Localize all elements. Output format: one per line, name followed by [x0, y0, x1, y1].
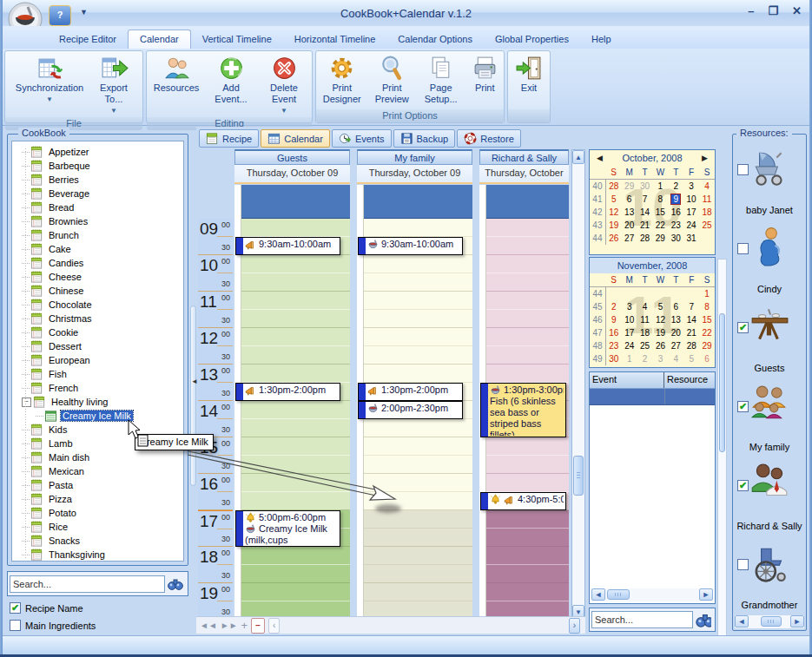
time-slot[interactable]	[357, 328, 472, 346]
day-cell[interactable]: 15	[699, 313, 715, 326]
resource-checkbox[interactable]	[737, 164, 749, 175]
all-day-area[interactable]	[357, 185, 472, 219]
collapse-minus-icon[interactable]: −	[22, 397, 31, 407]
time-slot[interactable]	[479, 255, 569, 273]
time-slot[interactable]	[234, 492, 350, 510]
time-slot[interactable]	[234, 328, 350, 346]
calendar-event[interactable]: 4:30pm-5:00pm	[480, 492, 566, 510]
day-cell[interactable]: 17	[622, 326, 637, 339]
tree-item-fish[interactable]: Fish	[12, 367, 183, 381]
day-cell[interactable]: 25	[637, 339, 653, 352]
time-slot[interactable]	[234, 547, 350, 565]
tree-item-appetizer[interactable]: Appetizer	[12, 145, 183, 159]
table-scroll-left-icon[interactable]: ◄	[591, 588, 605, 601]
menu-tab-help[interactable]: Help	[580, 30, 623, 49]
time-slot[interactable]	[479, 437, 569, 456]
time-slot[interactable]	[234, 474, 350, 492]
time-slot[interactable]	[479, 601, 569, 616]
day-cell[interactable]: 28	[637, 232, 653, 245]
time-slot[interactable]	[479, 565, 569, 583]
day-cell[interactable]: 6	[699, 352, 715, 365]
resources-hscrollbar[interactable]: ◄ ►	[735, 615, 804, 628]
resource-checkbox[interactable]: ✔	[737, 401, 749, 412]
day-cell[interactable]: 23	[605, 339, 621, 352]
dropdown-arrow-icon[interactable]: ▼	[110, 105, 117, 116]
all-day-area[interactable]	[234, 185, 350, 219]
print-button[interactable]: Print	[465, 53, 504, 95]
time-slot[interactable]	[357, 419, 472, 437]
tree-item-beverage[interactable]: Beverage	[12, 187, 183, 200]
day-cell[interactable]: 18	[699, 206, 715, 219]
next-month-icon[interactable]: ▶	[702, 150, 708, 166]
menu-tab-horizontal-timeline[interactable]: Horizontal Timeline	[283, 30, 387, 49]
resources-scroll-thumb[interactable]	[761, 616, 782, 627]
tree-item-brunch[interactable]: Brunch	[12, 228, 183, 242]
tree-item-barbeque[interactable]: Barbeque	[12, 159, 183, 173]
day-cell[interactable]: 29	[652, 232, 668, 245]
time-slot[interactable]	[357, 510, 472, 529]
time-slot[interactable]	[479, 328, 569, 346]
time-slot[interactable]	[357, 583, 472, 601]
maximize-button[interactable]: ❐	[768, 4, 778, 17]
day-cell[interactable]: 30	[637, 180, 653, 194]
main-ingredients-checkbox[interactable]	[10, 620, 21, 631]
exit-button[interactable]: Exit	[509, 53, 549, 95]
print-designer-button[interactable]: Print Designer	[316, 53, 367, 106]
day-cell[interactable]: 29	[622, 180, 637, 194]
day-cell[interactable]: 24	[683, 219, 699, 232]
column-header-guests[interactable]: Guests	[234, 149, 350, 165]
time-slot[interactable]	[479, 219, 569, 237]
resource-item-richard-sally[interactable]: ✔Richard & Sally	[733, 457, 806, 536]
day-cell[interactable]: 27	[622, 232, 637, 245]
resource-item-baby-janet[interactable]: baby Janet	[733, 141, 806, 220]
panel-scroll-thumb[interactable]	[719, 313, 725, 452]
day-cell[interactable]: 30	[605, 352, 621, 365]
event-search-input[interactable]	[591, 611, 693, 628]
resource-checkbox[interactable]	[737, 243, 749, 254]
tree-item-rice[interactable]: Rice	[12, 520, 183, 534]
time-slot[interactable]	[234, 437, 350, 456]
day-cell[interactable]: 29	[699, 339, 715, 352]
menu-tab-calendar-options[interactable]: Calendar Options	[386, 30, 484, 49]
tree-item-berries[interactable]: Berries	[12, 173, 183, 187]
print-preview-button[interactable]: Print Preview	[367, 53, 415, 106]
time-slot[interactable]	[357, 456, 472, 474]
column-date-header[interactable]: Thursday, October 09	[357, 165, 472, 184]
recipe-name-checkbox[interactable]: ✔	[10, 602, 21, 614]
day-cell[interactable]: 6	[668, 300, 683, 313]
day-cell[interactable]: 3	[653, 352, 669, 365]
tree-item-cheese[interactable]: Cheese	[12, 270, 183, 284]
resource-item-my-family[interactable]: ✔My family	[733, 378, 806, 457]
time-slot[interactable]	[357, 310, 472, 328]
tree-item-bread[interactable]: Bread	[12, 200, 183, 214]
tree-item-chinese[interactable]: Chinese	[12, 284, 183, 298]
day-cell[interactable]: 14	[683, 313, 699, 326]
binoculars-icon[interactable]	[167, 577, 184, 591]
day-cell[interactable]: 14	[637, 206, 653, 219]
calendar-event[interactable]: 2:00pm-2:30pm	[358, 401, 463, 419]
calendar-event[interactable]: 1:30pm-2:00pm	[358, 383, 463, 401]
recipe-search-input[interactable]	[10, 575, 165, 593]
day-cell[interactable]: 5	[653, 300, 669, 313]
time-slot[interactable]	[234, 565, 350, 583]
day-cell[interactable]: 4	[699, 180, 715, 194]
day-cell[interactable]: 22	[699, 326, 715, 339]
tree-item-cookie[interactable]: Cookie	[12, 325, 183, 339]
calendar-event[interactable]: 9:30am-10:00am	[358, 237, 463, 255]
time-slot[interactable]	[357, 219, 472, 237]
time-slot[interactable]	[479, 273, 569, 292]
hscroll-right-icon[interactable]: ›	[569, 618, 580, 634]
add-view-button[interactable]: +	[241, 619, 248, 633]
time-slot[interactable]	[479, 583, 569, 601]
tree-item-creamy-ice-milk[interactable]: Creamy Ice Milk	[12, 409, 183, 423]
calendar-event[interactable]: 9:30am-10:00am	[235, 237, 340, 255]
remove-view-button[interactable]: −	[251, 618, 265, 634]
minimize-button[interactable]: –	[748, 4, 754, 17]
resource-checkbox[interactable]: ✔	[737, 322, 749, 333]
tab-recipe[interactable]: Recipe	[199, 129, 259, 148]
day-cell[interactable]: 7	[683, 300, 699, 313]
day-cell[interactable]: 7	[637, 193, 653, 206]
day-cell[interactable]: 4	[637, 300, 653, 313]
column-header-resource[interactable]: Resource	[664, 372, 715, 388]
day-cell[interactable]: 16	[668, 206, 683, 219]
